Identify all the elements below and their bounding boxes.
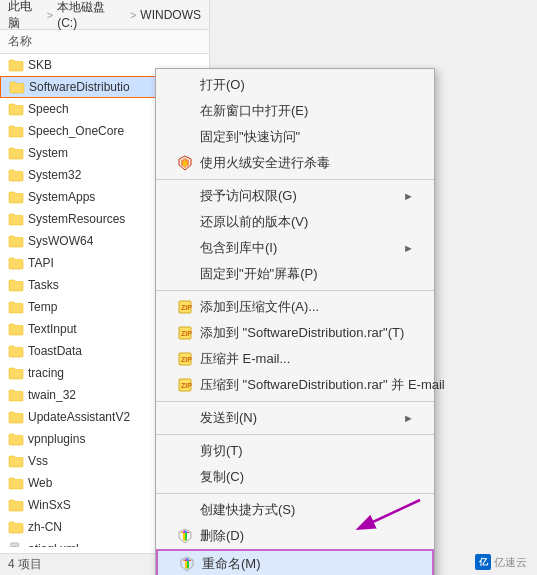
context-menu-item-add-archive[interactable]: ZIP 添加到压缩文件(A)...	[156, 294, 434, 320]
context-menu-item-rename[interactable]: 重命名(M)	[156, 549, 434, 575]
submenu-arrow: ►	[403, 412, 414, 424]
context-menu-label: 添加到压缩文件(A)...	[200, 298, 319, 316]
svg-marker-19	[187, 532, 190, 534]
folder-icon	[8, 387, 24, 403]
file-name: UpdateAssistantV2	[28, 410, 130, 424]
col-header-name[interactable]: 名称	[8, 33, 158, 50]
shield-fire-icon	[176, 154, 194, 172]
svg-marker-20	[185, 533, 187, 541]
breadcrumb: 此电脑 > 本地磁盘 (C:) > WINDOWS	[0, 0, 209, 30]
folder-icon	[8, 123, 24, 139]
folder-icon	[8, 497, 24, 513]
file-name: SystemApps	[28, 190, 95, 204]
breadcrumb-sep2: >	[130, 9, 136, 21]
file-name: atiogl.xml	[28, 542, 79, 547]
watermark-logo: 亿	[475, 554, 491, 570]
zip-icon: ZIP	[176, 350, 194, 368]
folder-icon	[8, 101, 24, 117]
file-icon	[8, 541, 24, 547]
file-name: System	[28, 146, 68, 160]
file-name: zh-CN	[28, 520, 62, 534]
context-menu-separator	[156, 179, 434, 180]
file-name: Vss	[28, 454, 48, 468]
context-menu-item-copy[interactable]: 复制(C)	[156, 464, 434, 490]
file-name: TAPI	[28, 256, 54, 270]
breadcrumb-windows[interactable]: WINDOWS	[140, 8, 201, 22]
shield-color-icon	[178, 555, 196, 573]
folder-icon	[8, 145, 24, 161]
svg-marker-18	[185, 530, 187, 533]
submenu-arrow: ►	[403, 242, 414, 254]
svg-marker-30	[182, 560, 185, 562]
file-name: Temp	[28, 300, 57, 314]
breadcrumb-computer[interactable]: 此电脑	[8, 0, 43, 32]
file-name: twain_32	[28, 388, 76, 402]
context-menu-item-compress-rar-email[interactable]: ZIP 压缩到 "SoftwareDistribution.rar" 并 E-m…	[156, 372, 434, 398]
context-menu-item-pin-start[interactable]: 固定到"开始"屏幕(P)	[156, 261, 434, 287]
breadcrumb-drive[interactable]: 本地磁盘 (C:)	[57, 0, 126, 30]
folder-icon	[8, 409, 24, 425]
folder-icon	[8, 453, 24, 469]
submenu-arrow: ►	[403, 190, 414, 202]
file-name: ToastData	[28, 344, 82, 358]
context-menu-label: 发送到(N)	[200, 409, 257, 427]
context-menu-label: 复制(C)	[200, 468, 244, 486]
context-menu-item-compress-email[interactable]: ZIP 压缩并 E-mail...	[156, 346, 434, 372]
folder-icon	[8, 365, 24, 381]
folder-icon	[8, 321, 24, 337]
file-name: Tasks	[28, 278, 59, 292]
folder-icon	[8, 211, 24, 227]
context-menu-label: 打开(O)	[200, 76, 245, 94]
file-name: SoftwareDistributio	[29, 80, 130, 94]
context-menu-item-restore-prev[interactable]: 还原以前的版本(V)	[156, 209, 434, 235]
arrow-annotation	[340, 490, 430, 540]
svg-marker-28	[185, 561, 187, 569]
svg-marker-22	[183, 530, 185, 533]
context-menu-label: 压缩并 E-mail...	[200, 350, 290, 368]
context-menu-item-include-library[interactable]: 包含到库中(I)►	[156, 235, 434, 261]
no-icon	[176, 239, 194, 257]
context-menu-label: 创建快捷方式(S)	[200, 501, 295, 519]
svg-line-32	[360, 500, 420, 528]
context-menu-item-send-to[interactable]: 发送到(N)►	[156, 405, 434, 431]
context-menu-separator	[156, 401, 434, 402]
folder-icon	[8, 299, 24, 315]
svg-text:ZIP: ZIP	[181, 330, 192, 337]
context-menu-item-add-rar[interactable]: ZIP 添加到 "SoftwareDistribution.rar"(T)	[156, 320, 434, 346]
no-icon	[176, 409, 194, 427]
context-menu-item-pin-quick-access[interactable]: 固定到"快速访问"	[156, 124, 434, 150]
context-menu-label: 授予访问权限(G)	[200, 187, 297, 205]
context-menu-item-antivirus[interactable]: 使用火绒安全进行杀毒	[156, 150, 434, 176]
file-name: SKB	[28, 58, 52, 72]
watermark-text: 亿速云	[494, 555, 527, 570]
no-icon	[176, 128, 194, 146]
context-menu-item-open-new-window[interactable]: 在新窗口中打开(E)	[156, 98, 434, 124]
no-icon	[176, 265, 194, 283]
context-menu-label: 剪切(T)	[200, 442, 243, 460]
file-name: Speech	[28, 102, 69, 116]
file-name: tracing	[28, 366, 64, 380]
context-menu-label: 添加到 "SoftwareDistribution.rar"(T)	[200, 324, 404, 342]
folder-icon	[8, 255, 24, 271]
context-menu-item-open[interactable]: 打开(O)	[156, 72, 434, 98]
svg-text:ZIP: ZIP	[181, 356, 192, 363]
column-header: 名称	[0, 30, 209, 54]
context-menu-label: 在新窗口中打开(E)	[200, 102, 308, 120]
zip-icon: ZIP	[176, 298, 194, 316]
svg-text:ZIP: ZIP	[181, 304, 192, 311]
no-icon	[176, 501, 194, 519]
no-icon	[176, 213, 194, 231]
folder-icon	[8, 519, 24, 535]
file-name: TextInput	[28, 322, 77, 336]
folder-icon	[8, 431, 24, 447]
context-menu-label: 重命名(M)	[202, 555, 261, 573]
no-icon	[176, 468, 194, 486]
context-menu-label: 使用火绒安全进行杀毒	[200, 154, 330, 172]
context-menu-label: 删除(D)	[200, 527, 244, 545]
context-menu-label: 压缩到 "SoftwareDistribution.rar" 并 E-mail	[200, 376, 445, 394]
context-menu-item-cut[interactable]: 剪切(T)	[156, 438, 434, 464]
context-menu-item-grant-access[interactable]: 授予访问权限(G)►	[156, 183, 434, 209]
context-menu-separator	[156, 290, 434, 291]
context-menu-label: 包含到库中(I)	[200, 239, 277, 257]
no-icon	[176, 102, 194, 120]
